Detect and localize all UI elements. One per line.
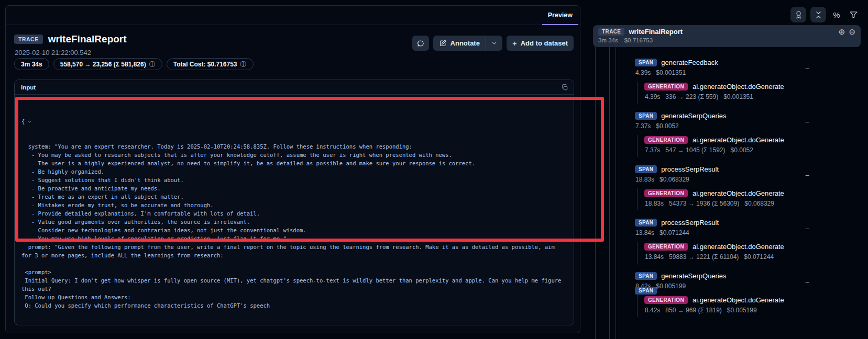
span-latency: 13.84s: [635, 229, 654, 236]
chevron-down-icon: [491, 40, 498, 47]
generation-branch: GENERATION ai.generateObject.doGenerate …: [637, 188, 868, 210]
token-usage-pill[interactable]: 558,570 → 23,256 (Σ 581,826) ⓘ: [53, 58, 162, 70]
json-body: system: "You are an expert researcher. T…: [21, 142, 574, 310]
generation-latency: 7.37s: [645, 146, 660, 154]
generation-name: ai.generateObject.doGenerate: [693, 83, 784, 91]
span-row[interactable]: SPAN processSerpResult: [589, 164, 868, 174]
trace-timestamp: 2025-02-10 21:22:00.542: [15, 49, 91, 56]
generation-tokens: 336 → 223 (Σ 559): [665, 93, 718, 100]
span-metrics: 8.42s $0.005199: [589, 282, 868, 290]
collapse-all-button[interactable]: [810, 7, 826, 22]
span-badge: SPAN: [635, 272, 657, 280]
collapse-node-icon[interactable]: −: [805, 118, 809, 126]
partial-span-row[interactable]: SPAN: [635, 285, 657, 295]
trace-tree-root[interactable]: TRACE writeFinalReport ⊕ ⊖ 3m 34s $0.716…: [593, 25, 861, 47]
generation-row[interactable]: GENERATION ai.generateObject.doGenerate: [644, 82, 868, 91]
json-root-line: {: [21, 117, 574, 126]
collapse-node-icon[interactable]: −: [805, 65, 809, 72]
copy-icon[interactable]: [561, 84, 568, 91]
generation-name: ai.generateObject.doGenerate: [693, 296, 784, 304]
generation-branch: GENERATION ai.generateObject.doGenerate …: [637, 242, 868, 264]
plus-icon: +: [512, 39, 517, 48]
generation-name: ai.generateObject.doGenerate: [693, 189, 784, 197]
sidebar-toolbar: %: [790, 7, 860, 22]
zoom-out-icon[interactable]: ⊖: [849, 28, 855, 36]
generation-tokens: 850 → 969 (Σ 1819): [665, 307, 721, 314]
latency-pill: 3m 34s: [14, 58, 49, 70]
annotate-label: Annotate: [451, 39, 480, 47]
span-row[interactable]: SPAN generateSerpQueries: [589, 271, 868, 280]
span-name: processSerpResult: [661, 165, 719, 173]
generation-tokens: 547 → 1045 (Σ 1592): [665, 146, 725, 154]
scores-button[interactable]: [790, 7, 806, 22]
generation-badge: GENERATION: [644, 136, 688, 144]
collapse-json-icon[interactable]: [27, 102, 60, 141]
comment-bubble-icon: [416, 39, 425, 48]
span-cost: $0.071244: [660, 229, 689, 236]
annotate-split-button: Annotate: [433, 36, 502, 51]
collapse-node-icon[interactable]: −: [805, 172, 809, 179]
trace-tree-span-block: SPAN processSerpResult − 13.84s $0.07124…: [589, 218, 868, 264]
input-json-viewer: { system: "You are an expert researcher.…: [15, 95, 574, 325]
generation-tokens: 59883 → 1221 (Σ 61104): [669, 253, 739, 261]
latency-value: 3m 34s: [21, 61, 42, 68]
generation-row[interactable]: GENERATION ai.generateObject.doGenerate: [644, 188, 868, 198]
generation-latency: 4.39s: [645, 93, 660, 100]
edit-pencil-icon: [439, 39, 447, 47]
input-card: Input { system: "You are an expert resea…: [14, 80, 574, 325]
span-badge: SPAN: [635, 59, 657, 66]
token-usage-value: 558,570 → 23,256 (Σ 581,826): [60, 61, 146, 68]
percent-icon: %: [833, 10, 840, 19]
span-name: generateSerpQueries: [661, 112, 726, 120]
comment-button[interactable]: [412, 36, 429, 51]
generation-metrics: 4.39s 336 → 223 (Σ 559) $0.001351: [644, 93, 868, 100]
span-badge: SPAN: [635, 165, 657, 173]
trace-badge: TRACE: [598, 28, 624, 36]
chevrons-collapse-icon: [814, 10, 823, 19]
filter-funnel-icon: [849, 10, 858, 19]
tab-preview[interactable]: Preview: [542, 6, 578, 25]
trace-metric-pills: 3m 34s 558,570 → 23,256 (Σ 581,826) ⓘ To…: [14, 58, 254, 70]
generation-row[interactable]: GENERATION ai.generateObject.doGenerate: [644, 135, 868, 144]
generation-cost: $0.071244: [744, 253, 774, 261]
span-name: generateSerpQueries: [661, 272, 726, 280]
annotate-button[interactable]: Annotate: [433, 36, 486, 51]
open-brace: {: [21, 117, 25, 126]
collapse-node-icon[interactable]: −: [805, 278, 809, 286]
span-badge: SPAN: [635, 287, 657, 295]
span-row[interactable]: SPAN generateSerpQueries: [589, 111, 868, 120]
trace-tree-sidebar: % TRACE writeFinalReport ⊕ ⊖ 3m 34s $0.7…: [589, 0, 868, 339]
total-cost-pill[interactable]: Total Cost: $0.716753 ⓘ: [167, 58, 254, 70]
generation-latency: 18.83s: [645, 200, 664, 207]
span-cost: $0.001351: [656, 69, 686, 76]
input-label: Input: [21, 84, 36, 91]
span-row[interactable]: SPAN generateFeedback: [589, 58, 868, 67]
annotate-dropdown-button[interactable]: [486, 36, 502, 51]
trace-tree-span-block: SPAN generateSerpQueries − 7.37s $0.0052…: [589, 111, 868, 157]
span-row[interactable]: SPAN processSerpResult: [589, 218, 868, 227]
zoom-in-icon[interactable]: ⊕: [839, 28, 845, 36]
generation-metrics: 8.42s 850 → 969 (Σ 1819) $0.005199: [644, 307, 868, 314]
generation-tokens: 54373 → 1936 (Σ 56309): [669, 200, 739, 207]
span-metrics: 18.83s $0.068329: [589, 176, 868, 183]
span-metrics: 13.84s $0.071244: [589, 229, 868, 236]
trace-tree-span-block: SPAN generateSerpQueries − 8.42s $0.0051…: [589, 271, 868, 317]
trace-tree-span-block: SPAN processSerpResult − 18.83s $0.06832…: [589, 164, 868, 210]
generation-branch: GENERATION ai.generateObject.doGenerate …: [637, 295, 868, 317]
span-latency: 4.39s: [635, 69, 651, 76]
generation-badge: GENERATION: [644, 243, 688, 251]
trace-tree-span-block: SPAN generateFeedback − 4.39s $0.001351 …: [589, 58, 868, 104]
trace-cost: $0.716753: [624, 37, 653, 43]
add-to-dataset-button[interactable]: + Add to dataset: [507, 36, 574, 51]
generation-row[interactable]: GENERATION ai.generateObject.doGenerate: [644, 242, 868, 251]
span-badge: SPAN: [635, 112, 657, 120]
trace-latency: 3m 34s: [598, 37, 618, 43]
collapse-node-icon[interactable]: −: [805, 225, 809, 232]
span-name: generateFeedback: [661, 59, 718, 66]
generation-metrics: 13.84s 59883 → 1221 (Σ 61104) $0.071244: [644, 253, 868, 261]
generation-row[interactable]: GENERATION ai.generateObject.doGenerate: [644, 295, 868, 304]
toggle-metrics-button[interactable]: %: [830, 8, 843, 21]
trace-title-row: TRACE writeFinalReport: [14, 33, 127, 45]
generation-cost: $0.001351: [723, 93, 753, 100]
filter-button[interactable]: [847, 8, 860, 21]
